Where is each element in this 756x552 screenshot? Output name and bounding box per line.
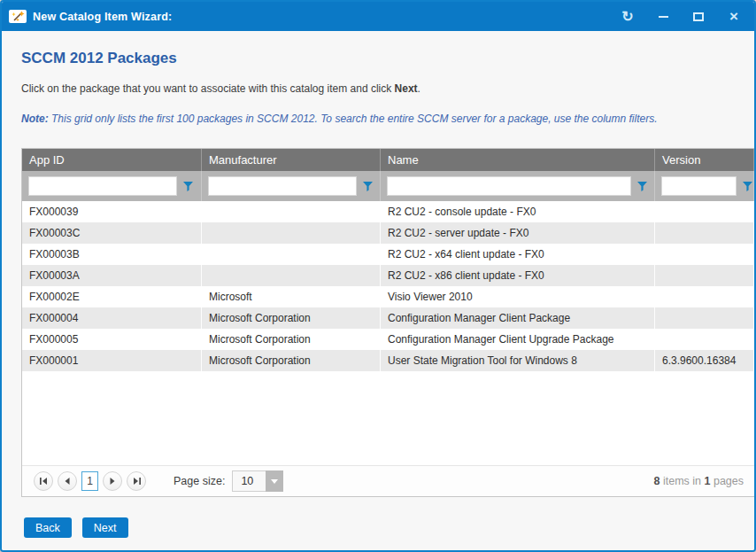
- cell-version: [655, 307, 754, 329]
- minimize-icon[interactable]: [652, 7, 675, 27]
- wizard-footer: Back Next: [24, 517, 754, 538]
- filter-funnel-icon[interactable]: [742, 181, 753, 192]
- wizard-window: New Catalog Item Wizard: ↻ × SCCM 2012 P…: [0, 0, 756, 552]
- cell-manufacturer: [202, 244, 381, 265]
- table-row[interactable]: FX00003CR2 CU2 - server update - FX0: [22, 222, 754, 244]
- cell-version: 6.3.9600.16384: [655, 350, 754, 371]
- cell-version: [655, 222, 754, 244]
- instruction-prefix: Click on the package that you want to as…: [21, 82, 395, 95]
- cell-manufacturer: Microsoft Corporation: [202, 329, 381, 350]
- page-title: SCCM 2012 Packages: [21, 50, 754, 67]
- filter-input-manufacturer[interactable]: [208, 176, 357, 196]
- filter-cell-version: [655, 171, 754, 201]
- cell-name: R2 CU2 - x64 client update - FX0: [381, 244, 655, 265]
- items-count: 8: [654, 475, 660, 487]
- wizard-wand-icon: [9, 10, 27, 23]
- cell-name: Configuration Manager Client Upgrade Pac…: [381, 329, 655, 350]
- table-row[interactable]: FX000039R2 CU2 - console update - FX0: [22, 201, 754, 222]
- summary-mid: items in: [660, 475, 705, 487]
- filter-funnel-icon[interactable]: [362, 181, 374, 192]
- cell-manufacturer: Microsoft: [202, 286, 381, 307]
- table-row[interactable]: FX000005Microsoft CorporationConfigurati…: [22, 329, 754, 350]
- refresh-icon[interactable]: ↻: [616, 7, 639, 27]
- cell-version: [655, 265, 754, 286]
- window-title: New Catalog Item Wizard:: [33, 11, 173, 23]
- cell-app-id: FX000001: [22, 350, 202, 371]
- next-button[interactable]: Next: [82, 517, 128, 538]
- cell-name: R2 CU2 - x86 client update - FX0: [381, 265, 655, 286]
- maximize-icon[interactable]: [687, 7, 710, 27]
- cell-manufacturer: [202, 222, 381, 244]
- grid-pager: 1 Page size: 10 8 items in 1 pages: [22, 465, 754, 496]
- summary-suffix: pages: [710, 475, 744, 487]
- filter-cell-name: [381, 171, 655, 201]
- table-row[interactable]: FX00003AR2 CU2 - x86 client update - FX0: [22, 265, 754, 286]
- cell-name: R2 CU2 - server update - FX0: [381, 222, 655, 244]
- grid-filter-row: [22, 171, 754, 201]
- filter-input-app-id[interactable]: [28, 176, 177, 196]
- cell-manufacturer: Microsoft Corporation: [202, 350, 381, 371]
- column-header-manufacturer[interactable]: Manufacturer: [202, 149, 381, 171]
- cell-app-id: FX000039: [22, 201, 202, 222]
- pager-summary: 8 items in 1 pages: [654, 475, 744, 487]
- cell-app-id: FX00003A: [22, 265, 202, 286]
- cell-app-id: FX00003C: [22, 222, 202, 244]
- cell-app-id: FX00003B: [22, 244, 202, 265]
- instruction-next-word: Next: [395, 82, 418, 95]
- cell-app-id: FX00002E: [22, 286, 202, 307]
- column-header-app-id[interactable]: App ID: [22, 149, 202, 171]
- cell-version: [655, 329, 754, 350]
- titlebar: New Catalog Item Wizard: ↻ ×: [2, 2, 754, 31]
- cell-manufacturer: [202, 265, 381, 286]
- grid-empty-area: [22, 371, 754, 465]
- last-page-button[interactable]: [127, 471, 146, 491]
- cell-name: Configuration Manager Client Package: [381, 307, 655, 329]
- filter-cell-app-id: [22, 171, 202, 201]
- close-icon[interactable]: ×: [722, 7, 745, 27]
- next-page-button[interactable]: [103, 471, 122, 491]
- grid-body: FX000039R2 CU2 - console update - FX0FX0…: [22, 201, 754, 371]
- filter-funnel-icon[interactable]: [182, 181, 194, 192]
- cell-name: User State Migration Tool for Windows 8: [381, 350, 655, 371]
- page-size-select[interactable]: 10: [232, 470, 283, 492]
- instruction-suffix: .: [418, 82, 420, 95]
- table-row[interactable]: FX000004Microsoft CorporationConfigurati…: [22, 307, 754, 329]
- page-size-value: 10: [232, 470, 266, 492]
- note-text: Note: This grid only lists the first 100…: [21, 113, 754, 126]
- table-row[interactable]: FX00003BR2 CU2 - x64 client update - FX0: [22, 244, 754, 265]
- note-body: This grid only lists the first 100 packa…: [49, 113, 658, 125]
- grid-header-row: App ID Manufacturer Name Version: [22, 149, 754, 171]
- column-header-name[interactable]: Name: [381, 149, 655, 171]
- window-controls: ↻ ×: [616, 7, 745, 27]
- cell-version: [655, 201, 754, 222]
- cell-name: R2 CU2 - console update - FX0: [381, 201, 655, 222]
- note-label: Note:: [21, 113, 49, 125]
- chevron-down-icon[interactable]: [266, 470, 283, 492]
- cell-name: Visio Viewer 2010: [381, 286, 655, 307]
- filter-input-name[interactable]: [387, 176, 631, 196]
- cell-version: [655, 286, 754, 307]
- table-row[interactable]: FX000001Microsoft CorporationUser State …: [22, 350, 754, 371]
- wizard-content: SCCM 2012 Packages Click on the package …: [2, 50, 754, 552]
- current-page-button[interactable]: 1: [81, 471, 98, 491]
- cell-app-id: FX000005: [22, 329, 202, 350]
- cell-app-id: FX000004: [22, 307, 202, 329]
- previous-page-button[interactable]: [58, 471, 77, 491]
- cell-manufacturer: [202, 201, 381, 222]
- cell-manufacturer: Microsoft Corporation: [202, 307, 381, 329]
- page-size-label: Page size:: [174, 475, 225, 487]
- filter-cell-manufacturer: [202, 171, 381, 201]
- column-header-version[interactable]: Version: [655, 149, 754, 171]
- first-page-button[interactable]: [34, 471, 53, 491]
- cell-version: [655, 244, 754, 265]
- filter-funnel-icon[interactable]: [636, 181, 648, 192]
- back-button[interactable]: Back: [24, 517, 72, 538]
- filter-input-version[interactable]: [661, 176, 737, 196]
- table-row[interactable]: FX00002EMicrosoftVisio Viewer 2010: [22, 286, 754, 307]
- packages-grid: App ID Manufacturer Name Version: [21, 148, 754, 497]
- instruction-text: Click on the package that you want to as…: [21, 82, 754, 96]
